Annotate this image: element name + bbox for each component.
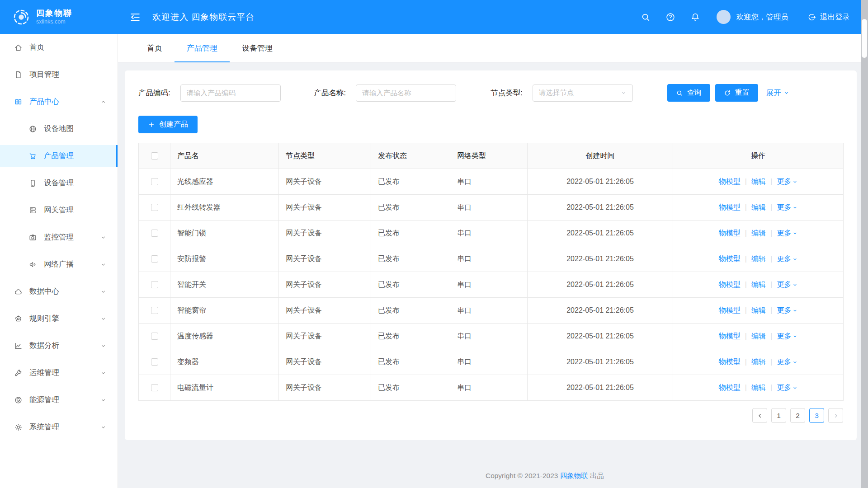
network-type-cell: 串口 [450,298,528,324]
tab-device-management[interactable]: 设备管理 [230,34,285,62]
logout-button[interactable]: 退出登录 [807,12,850,22]
reset-button[interactable]: 重置 [715,84,758,102]
row-checkbox[interactable] [151,178,158,185]
more-link[interactable]: 更多 [777,255,797,263]
edit-link[interactable]: 编辑 [751,332,766,340]
more-link[interactable]: 更多 [777,306,797,314]
sidebar-item-data-center[interactable]: 数据中心 [0,281,118,302]
row-checkbox[interactable] [151,204,158,211]
sidebar-item-product-management[interactable]: 产品管理 [0,145,118,167]
sidebar-item-data-analysis[interactable]: 数据分析 [0,335,118,357]
node-type-cell: 网关子设备 [279,324,371,349]
select-all-checkbox[interactable] [151,152,158,160]
row-checkbox[interactable] [151,333,158,340]
sidebar-item-label: 网络广播 [44,259,74,269]
node-type-label: 节点类型: [491,88,523,98]
sidebar-item-product-center[interactable]: 产品中心 [0,91,118,113]
product-code-input[interactable] [180,84,281,102]
user-avatar[interactable] [717,10,731,24]
sidebar-item-label: 设备管理 [44,178,74,188]
search-icon[interactable] [641,12,651,22]
sidebar-item-device-management[interactable]: 设备管理 [0,172,118,194]
chevron-down-icon [793,308,797,313]
row-checkbox[interactable] [151,230,158,237]
pagination-page-3[interactable]: 3 [809,408,824,423]
thing-model-link[interactable]: 物模型 [719,306,741,314]
sidebar-item-rule-engine[interactable]: 规则引擎 [0,308,118,329]
row-checkbox[interactable] [151,307,158,314]
product-name-cell: 智能窗帘 [170,298,279,324]
thing-model-link[interactable]: 物模型 [719,332,741,340]
pagination-page-2[interactable]: 2 [790,408,805,423]
thing-model-link[interactable]: 物模型 [719,229,741,237]
more-link[interactable]: 更多 [777,384,797,391]
sidebar-collapse-icon[interactable] [129,11,141,23]
sidebar-item-project-management[interactable]: 项目管理 [0,64,118,85]
edit-link[interactable]: 编辑 [751,281,766,288]
sidebar-item-home[interactable]: 首页 [0,37,118,58]
sidebar-item-label: 网关管理 [44,205,74,215]
thing-model-link[interactable]: 物模型 [719,384,741,391]
more-link[interactable]: 更多 [777,358,797,366]
sidebar-item-label: 运维管理 [29,368,59,378]
more-link[interactable]: 更多 [777,332,797,340]
sidebar-item-label: 项目管理 [29,70,59,80]
create-product-button[interactable]: 创建产品 [138,116,198,133]
sidebar-item-gateway-management[interactable]: 网关管理 [0,199,118,221]
thing-model-link[interactable]: 物模型 [719,203,741,211]
publish-status-cell: 已发布 [371,349,450,375]
more-link[interactable]: 更多 [777,281,797,288]
logout-label: 退出登录 [820,12,850,22]
thing-model-link[interactable]: 物模型 [719,178,741,185]
help-icon[interactable] [665,12,675,22]
search-button[interactable]: 查询 [667,84,710,102]
product-name-cell: 光线感应器 [170,169,279,195]
expand-filters-link[interactable]: 展开 [766,88,789,98]
edit-link[interactable]: 编辑 [751,255,766,263]
edit-link[interactable]: 编辑 [751,178,766,185]
sidebar-item-system-management[interactable]: 系统管理 [0,416,118,438]
tab-home[interactable]: 首页 [135,34,175,62]
sidebar-item-network-broadcast[interactable]: 网络广播 [0,253,118,275]
sidebar-item-monitor-management[interactable]: 监控管理 [0,226,118,248]
node-type-select[interactable]: 请选择节点 [533,84,633,102]
edit-link[interactable]: 编辑 [751,384,766,391]
chevron-down-icon [100,343,106,349]
more-link[interactable]: 更多 [777,203,797,211]
row-checkbox[interactable] [151,384,158,391]
logo[interactable]: 四象物聯 sxlinks.com [0,8,118,26]
row-checkbox[interactable] [151,255,158,263]
table-row: 智能窗帘网关子设备已发布串口2022-05-01 21:26:05物模型|编辑|… [139,298,844,324]
pagination-next[interactable] [828,408,843,423]
more-link[interactable]: 更多 [777,178,797,185]
network-type-cell: 串口 [450,272,528,298]
tab-product-management[interactable]: 产品管理 [175,34,230,62]
edit-link[interactable]: 编辑 [751,229,766,237]
row-checkbox[interactable] [151,281,158,288]
notification-bell-icon[interactable] [690,12,700,22]
sidebar-item-label: 设备地图 [44,124,74,134]
product-name-input[interactable] [356,84,456,102]
thing-model-link[interactable]: 物模型 [719,255,741,263]
edit-link[interactable]: 编辑 [751,203,766,211]
footer-brand-link[interactable]: 四象物联 [560,472,588,479]
row-checkbox[interactable] [151,358,158,366]
page-scrollbar[interactable] [861,0,868,488]
more-link[interactable]: 更多 [777,229,797,237]
pagination-page-1[interactable]: 1 [771,408,786,423]
edit-link[interactable]: 编辑 [751,358,766,366]
thing-model-link[interactable]: 物模型 [719,358,741,366]
column-header-node-type: 节点类型 [279,143,371,169]
edit-link[interactable]: 编辑 [751,306,766,314]
sidebar-item-ops-management[interactable]: 运维管理 [0,362,118,384]
pagination-prev[interactable] [752,408,767,423]
thing-model-link[interactable]: 物模型 [719,281,741,288]
scrollbar-thumb[interactable] [862,19,867,58]
chevron-down-icon [793,205,797,210]
sidebar-item-energy-management[interactable]: 能源管理 [0,389,118,411]
sidebar-item-device-map[interactable]: 设备地图 [0,118,118,140]
publish-status-cell: 已发布 [371,169,450,195]
chevron-down-icon [793,360,797,365]
network-type-cell: 串口 [450,349,528,375]
chevron-down-icon [793,334,797,339]
